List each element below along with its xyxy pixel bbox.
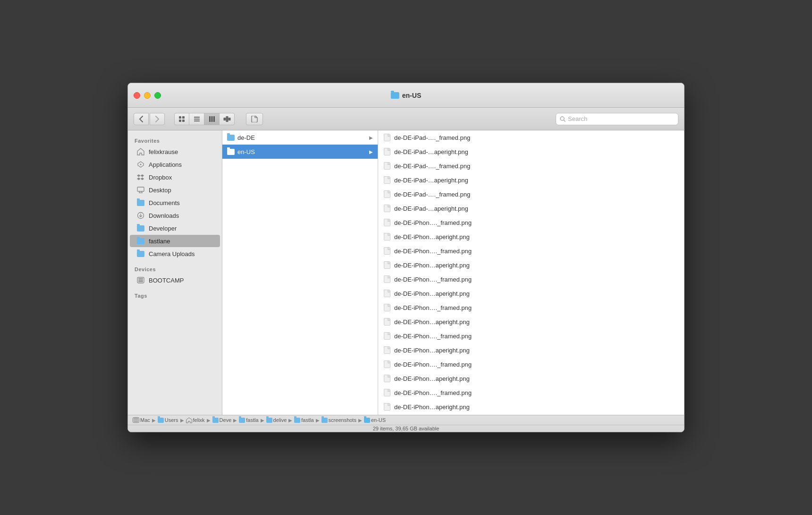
close-button[interactable]	[134, 92, 140, 99]
file-row[interactable]: de-DE-iPhon…._framed.png	[378, 215, 684, 230]
bc-label: delive	[273, 417, 287, 423]
col-arrow: ▶	[369, 149, 373, 154]
file-row[interactable]: de-DE-iPhon…aperight.png	[378, 371, 684, 386]
file-row[interactable]: de-DE-iPad-…._framed.png	[378, 159, 684, 173]
maximize-button[interactable]	[154, 92, 161, 99]
bc-item-screenshots[interactable]: screenshots	[321, 417, 356, 423]
col-arrow: ▶	[369, 135, 373, 140]
sidebar-item-developer[interactable]: Developer	[130, 222, 220, 234]
bc-arrow: ▶	[261, 418, 264, 423]
bc-label: Deve	[220, 417, 232, 423]
nav-buttons	[134, 113, 165, 125]
search-box[interactable]: Search	[556, 113, 678, 125]
file-icon	[384, 205, 390, 212]
file-icon	[384, 318, 390, 326]
bc-arrow: ▶	[358, 418, 362, 423]
file-name: de-DE-iPhon…._framed.png	[394, 276, 472, 283]
desktop-icon	[136, 186, 145, 194]
col-item-en-us[interactable]: en-US ▶	[222, 145, 378, 159]
file-name: de-DE-iPad-…aperight.png	[394, 205, 468, 212]
sidebar-item-label: Camera Uploads	[149, 250, 195, 258]
file-row[interactable]: de-DE-iPad-…aperight.png	[378, 145, 684, 159]
forward-button[interactable]	[150, 113, 165, 125]
sidebar-item-bootcamp[interactable]: BOOTCAMP	[130, 274, 220, 286]
action-button[interactable]	[246, 113, 263, 125]
cover-flow-button[interactable]	[220, 113, 235, 125]
minimize-button[interactable]	[144, 92, 151, 99]
window-title-area: en-US	[391, 92, 421, 99]
bc-item-deve[interactable]: Deve	[212, 417, 232, 423]
bc-item-en-us[interactable]: en-US	[364, 417, 386, 423]
file-row[interactable]: de-DE-iPhon…._framed.png	[378, 244, 684, 258]
bc-label: felixk	[193, 417, 205, 423]
svg-point-15	[140, 164, 142, 165]
favorites-label: Favorites	[128, 135, 222, 145]
file-icon	[384, 190, 390, 198]
list-view-button[interactable]	[189, 113, 204, 125]
svg-rect-27	[134, 418, 138, 419]
sidebar-item-fastlane[interactable]: fastlane	[130, 235, 220, 247]
bc-item-fastla2[interactable]: fastla	[294, 417, 313, 423]
column-view-button[interactable]	[204, 113, 220, 125]
home-icon	[186, 417, 192, 423]
file-name: de-DE-iPad-…aperight.png	[394, 177, 468, 184]
title-folder-icon	[391, 92, 399, 99]
sidebar-item-label: BOOTCAMP	[149, 277, 184, 284]
bc-item-users[interactable]: Users	[158, 417, 178, 423]
file-row[interactable]: de-DE-iPhon…aperight.png	[378, 230, 684, 244]
file-row[interactable]: de-DE-iPhon…aperight.png	[378, 286, 684, 300]
file-icon	[384, 219, 390, 226]
file-row[interactable]: de-DE-iPhon…aperight.png	[378, 258, 684, 272]
sidebar-item-downloads[interactable]: Downloads	[130, 209, 220, 222]
file-row[interactable]: de-DE-iPhon…._framed.png	[378, 357, 684, 371]
file-icon	[384, 261, 390, 269]
col-item-de-de[interactable]: de-DE ▶	[222, 130, 378, 145]
back-button[interactable]	[134, 113, 149, 125]
file-row[interactable]: de-DE-iPad-…._framed.png	[378, 187, 684, 201]
file-row[interactable]: de-DE-iPhon…aperight.png	[378, 343, 684, 357]
svg-rect-2	[179, 120, 181, 122]
sidebar-item-label: Applications	[149, 161, 182, 168]
file-row[interactable]: de-DE-iPhon…._framed.png	[378, 329, 684, 343]
file-name: de-DE-iPhon…._framed.png	[394, 389, 472, 396]
bc-item-mac[interactable]: Mac	[133, 417, 150, 423]
fastlane-icon	[136, 237, 145, 245]
file-name: de-DE-iPhon…aperight.png	[394, 375, 470, 382]
file-row[interactable]: de-DE-iPhon…aperight.png	[378, 315, 684, 329]
status-text-bar: 29 items, 39,65 GB available	[128, 425, 684, 432]
hdd-icon	[133, 417, 139, 423]
file-row[interactable]: de-DE-iPad-…aperight.png	[378, 173, 684, 187]
file-row[interactable]: de-DE-iPhon…._framed.png	[378, 272, 684, 286]
sidebar-item-dropbox[interactable]: Dropbox	[130, 171, 220, 183]
svg-rect-12	[228, 118, 230, 120]
sidebar-item-felixkrause[interactable]: felixkrause	[130, 146, 220, 158]
bc-arrow: ▶	[180, 418, 184, 423]
sidebar-item-desktop[interactable]: Desktop	[130, 184, 220, 196]
sidebar-item-camera-uploads[interactable]: Camera Uploads	[130, 248, 220, 260]
file-icon	[384, 403, 390, 411]
bc-label: Users	[165, 417, 178, 423]
sidebar-item-applications[interactable]: Applications	[130, 158, 220, 171]
sidebar-item-label: Dropbox	[149, 174, 172, 181]
svg-line-14	[564, 120, 566, 121]
svg-rect-24	[138, 280, 143, 281]
icon-view-button[interactable]	[174, 113, 189, 125]
file-row[interactable]: de-DE-iPhon…._framed.png	[378, 386, 684, 400]
file-row[interactable]: de-DE-iPhon…._framed.png	[378, 300, 684, 315]
bc-item-felixk[interactable]: felixk	[186, 417, 205, 423]
view-buttons	[174, 113, 235, 125]
sidebar-item-label: Developer	[149, 225, 177, 232]
file-row[interactable]: de-DE-iPad-…aperight.png	[378, 201, 684, 215]
bc-item-delive[interactable]: delive	[266, 417, 287, 423]
svg-rect-7	[209, 116, 211, 122]
statusbar: Mac ▶ Users ▶ felixk ▶	[128, 415, 684, 432]
file-icon	[384, 332, 390, 340]
sidebar-item-label: Desktop	[149, 187, 171, 194]
sidebar-item-label: fastlane	[149, 238, 170, 245]
bc-item-fastla1[interactable]: fastla	[239, 417, 258, 423]
file-row[interactable]: de-DE-iPhon…aperight.png	[378, 400, 684, 414]
bc-label: Mac	[140, 417, 150, 423]
sidebar-item-documents[interactable]: Documents	[130, 197, 220, 209]
file-row[interactable]: de-DE-iPad-…._framed.png	[378, 130, 684, 145]
home-icon	[136, 147, 145, 156]
